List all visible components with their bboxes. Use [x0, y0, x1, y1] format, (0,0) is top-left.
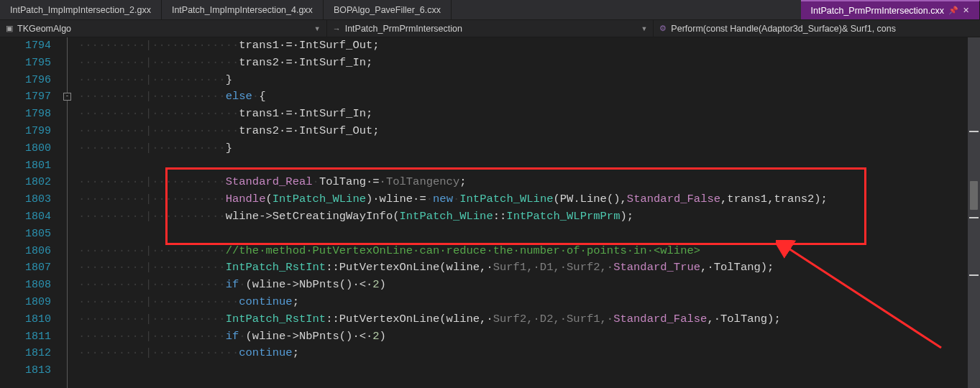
scroll-thumb[interactable] [970, 181, 978, 210]
code-line: ··········|·············continue; [78, 345, 980, 362]
code-line: ··········|···········IntPatch_RstInt::P… [78, 259, 980, 277]
scroll-mark [969, 131, 979, 132]
line-number: 1796 [0, 72, 51, 89]
line-number: 1810 [0, 311, 51, 328]
line-number: 1813 [0, 362, 51, 379]
chevron-down-icon: ▼ [641, 25, 647, 32]
code-line: ··········|···········if·(wline->NbPnts(… [78, 277, 980, 294]
fold-toggle[interactable]: - [63, 93, 71, 101]
tab-file-1[interactable]: IntPatch_ImpImpIntersection_2.gxx [0, 0, 162, 19]
line-number: 1797 [0, 88, 51, 106]
line-number: 1799 [0, 123, 51, 140]
code-line: ··········|···········} [78, 140, 980, 157]
fold-gutter: - [61, 37, 78, 388]
line-number: 1801 [0, 157, 51, 175]
code-line: ··········|·············trans1·=·IntSurf… [78, 106, 980, 123]
line-number-gutter: 1794179517961797179817991800180118021803… [0, 37, 61, 388]
code-line: ··········|···········Standard_Real·TolT… [78, 174, 980, 191]
nav-project-label: TKGeomAlgo [17, 24, 71, 34]
nav-function[interactable]: ⚙ Perform(const Handle(Adaptor3d_Surface… [654, 20, 980, 37]
code-line: ··········|···········wline->SetCreating… [78, 208, 980, 226]
line-number: 1800 [0, 140, 51, 157]
line-number: 1803 [0, 191, 51, 208]
tabs-bar: IntPatch_ImpImpIntersection_2.gxx IntPat… [0, 0, 980, 20]
line-number: 1798 [0, 106, 51, 123]
line-number: 1811 [0, 328, 51, 346]
method-icon: ⚙ [659, 24, 667, 33]
line-number: 1795 [0, 55, 51, 72]
code-line: ··········|···········IntPatch_RstInt::P… [78, 311, 980, 328]
scroll-mark [969, 274, 979, 276]
line-number: 1806 [0, 243, 51, 260]
project-icon: ▣ [6, 24, 13, 33]
line-number: 1802 [0, 174, 51, 191]
tab-label: IntPatch_PrmPrmIntersection.cxx [811, 6, 944, 16]
fold-guide [67, 37, 68, 388]
tab-label: IntPatch_ImpImpIntersection_4.gxx [172, 5, 313, 15]
close-icon[interactable]: ✕ [963, 6, 969, 15]
nav-file[interactable]: → IntPatch_PrmPrmIntersection ▼ [327, 20, 654, 37]
tab-file-3[interactable]: BOPAlgo_PaveFiller_6.cxx [324, 0, 452, 19]
line-number: 1807 [0, 259, 51, 277]
code-line: ··········|·············continue; [78, 294, 980, 311]
navigation-bar: ▣ TKGeomAlgo ▼ → IntPatch_PrmPrmIntersec… [0, 20, 980, 37]
nav-project[interactable]: ▣ TKGeomAlgo ▼ [0, 20, 327, 37]
vertical-scrollbar[interactable] [968, 37, 980, 388]
code-line: ··········|···········Handle(IntPatch_WL… [78, 191, 980, 208]
line-number: 1808 [0, 277, 51, 294]
code-line: ··········|···········else·{ [78, 88, 980, 106]
code-line: ··········|···········if·(wline->NbPnts(… [78, 328, 980, 346]
nav-file-label: IntPatch_PrmPrmIntersection [345, 24, 462, 34]
code-line: ··········|·············trans2·=·IntSurf… [78, 55, 980, 72]
chevron-down-icon: ▼ [314, 25, 321, 32]
tab-file-2[interactable]: IntPatch_ImpImpIntersection_4.gxx [162, 0, 324, 19]
tab-label: IntPatch_ImpImpIntersection_2.gxx [10, 5, 151, 15]
code-line: ··········|···········//the·method·PutVe… [78, 243, 980, 260]
code-line: ··········|···········} [78, 72, 980, 89]
scroll-mark [969, 217, 979, 218]
code-line [78, 362, 980, 379]
pin-icon[interactable]: 📌 [948, 6, 958, 15]
code-line: ··········|·············trans2·=·IntSurf… [78, 123, 980, 140]
code-area[interactable]: ··········|·············trans1·=·IntSurf… [78, 37, 980, 388]
tab-label: BOPAlgo_PaveFiller_6.cxx [334, 5, 441, 15]
code-line [78, 157, 980, 175]
line-number: 1794 [0, 37, 51, 55]
code-editor: 1794179517961797179817991800180118021803… [0, 37, 980, 388]
code-line: ··········|·············trans1·=·IntSurf… [78, 37, 980, 55]
nav-function-label: Perform(const Handle(Adaptor3d_Surface)&… [671, 24, 896, 34]
arrow-icon: → [333, 24, 341, 33]
tab-file-active[interactable]: IntPatch_PrmPrmIntersection.cxx 📌 ✕ [801, 0, 980, 19]
line-number: 1805 [0, 226, 51, 243]
code-line [78, 226, 980, 243]
line-number: 1809 [0, 294, 51, 311]
line-number: 1812 [0, 345, 51, 362]
tab-spacer [452, 0, 801, 19]
line-number: 1804 [0, 208, 51, 226]
